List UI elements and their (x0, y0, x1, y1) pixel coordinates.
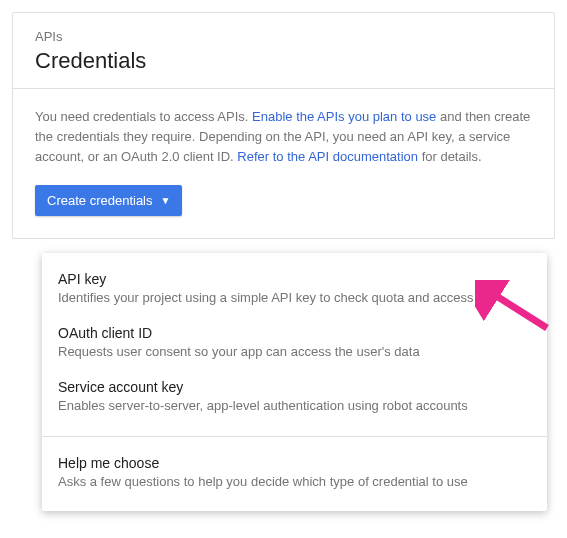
menu-main-section: API key Identifies your project using a … (42, 253, 547, 436)
menu-item-title: OAuth client ID (58, 325, 531, 341)
caret-down-icon: ▼ (161, 195, 171, 206)
create-credentials-menu: API key Identifies your project using a … (42, 253, 547, 511)
desc-text: You need credentials to access APIs. (35, 109, 252, 124)
credentials-card: APIs Credentials You need credentials to… (12, 12, 555, 239)
menu-item-help-me-choose[interactable]: Help me choose Asks a few questions to h… (42, 447, 547, 501)
page-title: Credentials (35, 48, 532, 74)
card-body: You need credentials to access APIs. Ena… (13, 89, 554, 238)
create-credentials-button[interactable]: Create credentials ▼ (35, 185, 182, 216)
menu-item-desc: Asks a few questions to help you decide … (58, 473, 531, 491)
menu-help-section: Help me choose Asks a few questions to h… (42, 437, 547, 511)
enable-apis-link[interactable]: Enable the APIs you plan to use (252, 109, 436, 124)
desc-text: for details. (418, 149, 482, 164)
api-docs-link[interactable]: Refer to the API documentation (237, 149, 418, 164)
menu-item-title: Help me choose (58, 455, 531, 471)
menu-item-desc: Identifies your project using a simple A… (58, 289, 531, 307)
menu-item-desc: Enables server-to-server, app-level auth… (58, 397, 531, 415)
menu-item-title: Service account key (58, 379, 531, 395)
card-header: APIs Credentials (13, 13, 554, 89)
credentials-description: You need credentials to access APIs. Ena… (35, 107, 532, 167)
menu-item-oauth-client-id[interactable]: OAuth client ID Requests user consent so… (42, 317, 547, 371)
menu-item-desc: Requests user consent so your app can ac… (58, 343, 531, 361)
section-overline: APIs (35, 29, 532, 44)
menu-item-api-key[interactable]: API key Identifies your project using a … (42, 263, 547, 317)
menu-item-title: API key (58, 271, 531, 287)
menu-item-service-account-key[interactable]: Service account key Enables server-to-se… (42, 371, 547, 425)
button-label: Create credentials (47, 193, 153, 208)
